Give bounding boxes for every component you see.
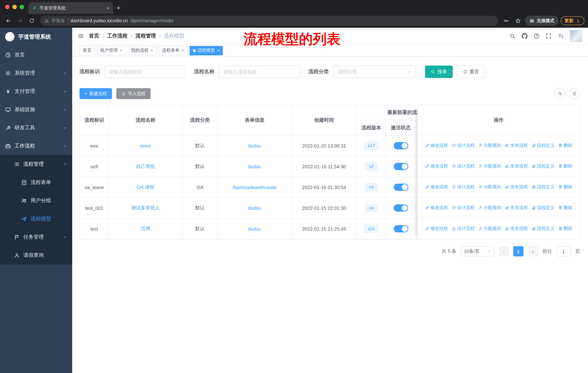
process-category-select[interactable]: 流程分类 (333, 66, 416, 78)
github-icon[interactable] (522, 33, 527, 39)
fullscreen-icon[interactable] (546, 33, 552, 39)
form-info-link[interactable]: biubiu (248, 164, 261, 169)
sidebar-item-payment[interactable]: ¥ 支付管理 (0, 82, 72, 101)
goto-page-input[interactable] (556, 246, 571, 256)
process-definition-link[interactable]: 流程定义 (532, 184, 555, 190)
breadcrumb-home[interactable]: 首页 (89, 33, 99, 39)
delete-link[interactable]: 删除 (558, 142, 572, 148)
browser-update-button[interactable]: 更新 ⋮ (560, 16, 584, 25)
reset-button[interactable]: 重置 (457, 66, 485, 78)
bookmark-star-icon[interactable] (513, 16, 523, 26)
refresh-table-button[interactable] (569, 88, 580, 99)
tag-home[interactable]: 首页 (79, 46, 95, 55)
process-name-input[interactable] (219, 66, 300, 78)
delete-link[interactable]: 删除 (558, 163, 572, 169)
version-badge[interactable]: v2 (365, 163, 377, 171)
tag-close-icon[interactable]: × (217, 48, 220, 53)
sidebar-logo[interactable]: 芋道管理系统 (0, 28, 72, 46)
sidebar-item-process-model[interactable]: 流程模型 (0, 210, 72, 228)
modify-process-link[interactable]: 修改流程 (425, 163, 448, 169)
design-process-link[interactable]: 设计流程 (452, 163, 475, 169)
version-badge[interactable]: v21 (364, 225, 378, 233)
forward-button[interactable] (15, 16, 25, 26)
sidebar-item-leave-query[interactable]: 请假查询 (0, 246, 72, 264)
close-window-button[interactable] (5, 5, 10, 9)
next-page-button[interactable]: › (528, 246, 538, 256)
version-badge[interactable]: v4 (365, 204, 377, 212)
tab-close-icon[interactable]: × (106, 5, 109, 10)
form-info-link[interactable]: /bpm/oa/leave/create (232, 184, 277, 190)
breadcrumb-workflow[interactable]: 工作流程 (107, 33, 128, 39)
form-info-link[interactable]: biubiu (248, 226, 261, 232)
font-size-icon[interactable] (558, 33, 564, 39)
design-process-link[interactable]: 设计流程 (452, 142, 475, 148)
sidebar-item-system[interactable]: 系统管理 (0, 64, 72, 82)
version-badge[interactable]: v5 (365, 183, 377, 191)
tag-close-icon[interactable]: × (150, 48, 153, 53)
process-name-link[interactable]: OA 请假 (137, 184, 154, 191)
tag-close-icon[interactable]: × (120, 48, 122, 53)
hamburger-icon[interactable] (78, 33, 84, 39)
page-size-select[interactable]: 10条/页 (461, 246, 494, 256)
tag-process-model[interactable]: 流程模型× (189, 46, 223, 55)
sidebar-item-task-mgmt[interactable]: 任务管理 (0, 228, 72, 246)
show-search-button[interactable] (555, 88, 565, 99)
process-definition-link[interactable]: 流程定义 (532, 163, 555, 169)
process-definition-link[interactable]: 流程定义 (532, 142, 555, 148)
tag-my-process[interactable]: 我的流程× (128, 46, 156, 55)
create-process-button[interactable]: + 新建流程 (79, 88, 112, 99)
tag-process-form[interactable]: 流程表单× (158, 46, 187, 55)
modify-process-link[interactable]: 修改流程 (425, 184, 448, 190)
incognito-badge[interactable]: 无痕模式 (525, 16, 558, 26)
password-key-icon[interactable] (501, 16, 511, 26)
sidebar-item-user-group[interactable]: 用户分组 (0, 192, 72, 210)
back-button[interactable] (4, 16, 13, 26)
browser-menu-icon[interactable]: ⋮ (576, 18, 580, 23)
search-button[interactable]: 搜索 (425, 66, 453, 78)
maximize-window-button[interactable] (20, 5, 24, 9)
sidebar-item-process-form[interactable]: 流程表单 (0, 173, 72, 192)
delete-link[interactable]: 删除 (558, 204, 572, 211)
browser-tab[interactable]: 芋道管理系统 × (28, 2, 113, 14)
assign-rule-link[interactable]: 分配规则 (478, 142, 501, 148)
publish-process-link[interactable]: 发布流程 (505, 142, 528, 148)
modify-process-link[interactable]: 修改流程 (425, 225, 448, 232)
assign-rule-link[interactable]: 分配规则 (478, 204, 501, 211)
address-bar[interactable]: 不安全 dashboard.yudao.iocoder.cn/bpm/manag… (40, 16, 498, 26)
tag-close-icon[interactable]: × (181, 48, 184, 53)
tag-tenant[interactable]: 租户管理× (97, 46, 126, 55)
modify-process-link[interactable]: 修改流程 (425, 204, 448, 211)
delete-link[interactable]: 删除 (558, 225, 572, 232)
form-info-link[interactable]: biubiu (248, 143, 261, 148)
delete-link[interactable]: 删除 (558, 184, 572, 190)
publish-process-link[interactable]: 发布流程 (505, 225, 528, 232)
design-process-link[interactable]: 设计流程 (452, 204, 475, 211)
process-name-link[interactable]: 滔博 (141, 225, 150, 232)
sidebar-item-process-mgmt[interactable]: 流程管理 (0, 155, 72, 173)
sidebar-item-workflow[interactable]: 工作流程 (0, 137, 72, 155)
form-info-link[interactable]: biubiu (248, 205, 261, 211)
assign-rule-link[interactable]: 分配规则 (478, 225, 501, 232)
design-process-link[interactable]: 设计流程 (452, 225, 475, 232)
active-toggle[interactable] (394, 184, 408, 191)
publish-process-link[interactable]: 发布流程 (505, 204, 528, 211)
minimize-window-button[interactable] (12, 5, 17, 9)
reload-button[interactable] (27, 16, 36, 26)
process-id-input[interactable] (104, 66, 186, 78)
assign-rule-link[interactable]: 分配规则 (478, 184, 501, 190)
sidebar-item-home[interactable]: 首页 (0, 46, 72, 64)
active-toggle[interactable] (394, 163, 408, 170)
sidebar-item-devtools[interactable]: 研发工具 (0, 119, 72, 137)
user-avatar[interactable] (570, 30, 582, 42)
breadcrumb-process-mgmt[interactable]: 流程管理 (136, 33, 156, 39)
assign-rule-link[interactable]: 分配规则 (478, 163, 501, 169)
process-definition-link[interactable]: 流程定义 (532, 204, 555, 211)
publish-process-link[interactable]: 发布流程 (505, 163, 528, 169)
prev-page-button[interactable]: ‹ (499, 246, 509, 256)
publish-process-link[interactable]: 发布流程 (505, 184, 528, 190)
search-icon[interactable] (510, 33, 515, 39)
active-toggle[interactable] (394, 204, 408, 212)
version-badge[interactable]: v17 (364, 142, 378, 150)
process-definition-link[interactable]: 流程定义 (532, 225, 555, 232)
sidebar-item-infra[interactable]: 基础设施 (0, 101, 72, 119)
